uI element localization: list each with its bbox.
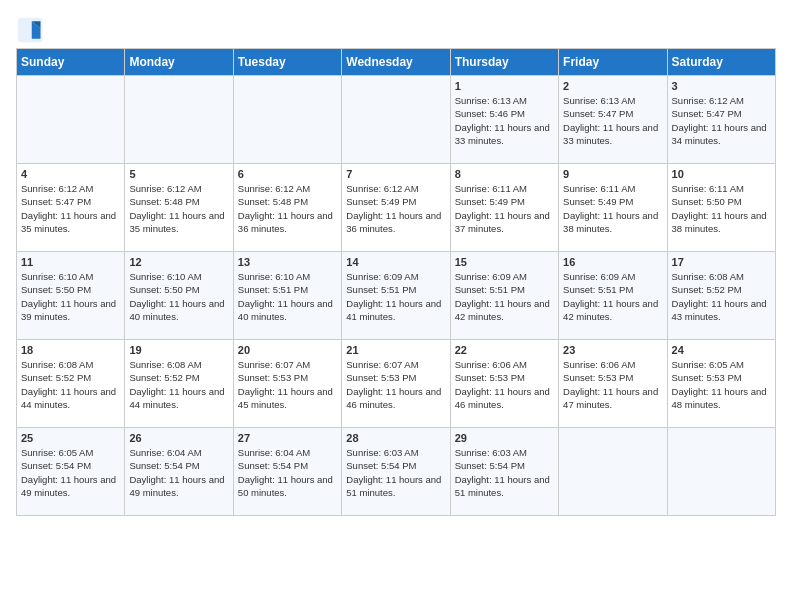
page-header [16,16,776,44]
day-number: 18 [21,344,120,356]
calendar-cell [233,76,341,164]
day-info: Sunrise: 6:10 AM Sunset: 5:50 PM Dayligh… [21,270,120,323]
day-number: 20 [238,344,337,356]
calendar-cell: 14Sunrise: 6:09 AM Sunset: 5:51 PM Dayli… [342,252,450,340]
calendar-table: SundayMondayTuesdayWednesdayThursdayFrid… [16,48,776,516]
calendar-cell: 2Sunrise: 6:13 AM Sunset: 5:47 PM Daylig… [559,76,667,164]
calendar-cell: 12Sunrise: 6:10 AM Sunset: 5:50 PM Dayli… [125,252,233,340]
calendar-cell: 9Sunrise: 6:11 AM Sunset: 5:49 PM Daylig… [559,164,667,252]
day-number: 26 [129,432,228,444]
day-info: Sunrise: 6:09 AM Sunset: 5:51 PM Dayligh… [346,270,445,323]
day-number: 9 [563,168,662,180]
day-number: 22 [455,344,554,356]
day-number: 8 [455,168,554,180]
day-number: 25 [21,432,120,444]
week-row-1: 1Sunrise: 6:13 AM Sunset: 5:46 PM Daylig… [17,76,776,164]
day-info: Sunrise: 6:12 AM Sunset: 5:47 PM Dayligh… [21,182,120,235]
calendar-cell: 19Sunrise: 6:08 AM Sunset: 5:52 PM Dayli… [125,340,233,428]
calendar-cell: 23Sunrise: 6:06 AM Sunset: 5:53 PM Dayli… [559,340,667,428]
day-info: Sunrise: 6:13 AM Sunset: 5:46 PM Dayligh… [455,94,554,147]
day-info: Sunrise: 6:11 AM Sunset: 5:50 PM Dayligh… [672,182,771,235]
day-number: 16 [563,256,662,268]
day-info: Sunrise: 6:11 AM Sunset: 5:49 PM Dayligh… [563,182,662,235]
day-number: 14 [346,256,445,268]
day-info: Sunrise: 6:09 AM Sunset: 5:51 PM Dayligh… [455,270,554,323]
week-row-5: 25Sunrise: 6:05 AM Sunset: 5:54 PM Dayli… [17,428,776,516]
day-info: Sunrise: 6:08 AM Sunset: 5:52 PM Dayligh… [672,270,771,323]
calendar-cell: 13Sunrise: 6:10 AM Sunset: 5:51 PM Dayli… [233,252,341,340]
column-header-wednesday: Wednesday [342,49,450,76]
day-info: Sunrise: 6:04 AM Sunset: 5:54 PM Dayligh… [238,446,337,499]
calendar-cell [667,428,775,516]
day-number: 1 [455,80,554,92]
calendar-cell: 25Sunrise: 6:05 AM Sunset: 5:54 PM Dayli… [17,428,125,516]
day-info: Sunrise: 6:12 AM Sunset: 5:48 PM Dayligh… [129,182,228,235]
column-header-sunday: Sunday [17,49,125,76]
day-number: 7 [346,168,445,180]
column-header-tuesday: Tuesday [233,49,341,76]
day-info: Sunrise: 6:09 AM Sunset: 5:51 PM Dayligh… [563,270,662,323]
column-header-friday: Friday [559,49,667,76]
day-number: 29 [455,432,554,444]
day-number: 11 [21,256,120,268]
column-header-thursday: Thursday [450,49,558,76]
column-header-saturday: Saturday [667,49,775,76]
day-number: 28 [346,432,445,444]
calendar-cell [125,76,233,164]
day-number: 15 [455,256,554,268]
day-info: Sunrise: 6:06 AM Sunset: 5:53 PM Dayligh… [455,358,554,411]
calendar-cell: 3Sunrise: 6:12 AM Sunset: 5:47 PM Daylig… [667,76,775,164]
day-info: Sunrise: 6:10 AM Sunset: 5:51 PM Dayligh… [238,270,337,323]
day-info: Sunrise: 6:05 AM Sunset: 5:53 PM Dayligh… [672,358,771,411]
calendar-cell: 15Sunrise: 6:09 AM Sunset: 5:51 PM Dayli… [450,252,558,340]
day-number: 27 [238,432,337,444]
day-number: 13 [238,256,337,268]
calendar-cell: 11Sunrise: 6:10 AM Sunset: 5:50 PM Dayli… [17,252,125,340]
calendar-cell: 17Sunrise: 6:08 AM Sunset: 5:52 PM Dayli… [667,252,775,340]
week-row-4: 18Sunrise: 6:08 AM Sunset: 5:52 PM Dayli… [17,340,776,428]
column-header-monday: Monday [125,49,233,76]
day-number: 12 [129,256,228,268]
day-number: 17 [672,256,771,268]
calendar-cell: 18Sunrise: 6:08 AM Sunset: 5:52 PM Dayli… [17,340,125,428]
day-number: 23 [563,344,662,356]
calendar-cell: 29Sunrise: 6:03 AM Sunset: 5:54 PM Dayli… [450,428,558,516]
calendar-cell: 26Sunrise: 6:04 AM Sunset: 5:54 PM Dayli… [125,428,233,516]
calendar-cell [342,76,450,164]
day-number: 4 [21,168,120,180]
day-info: Sunrise: 6:03 AM Sunset: 5:54 PM Dayligh… [346,446,445,499]
day-number: 24 [672,344,771,356]
day-info: Sunrise: 6:05 AM Sunset: 5:54 PM Dayligh… [21,446,120,499]
week-row-3: 11Sunrise: 6:10 AM Sunset: 5:50 PM Dayli… [17,252,776,340]
day-info: Sunrise: 6:06 AM Sunset: 5:53 PM Dayligh… [563,358,662,411]
calendar-cell: 1Sunrise: 6:13 AM Sunset: 5:46 PM Daylig… [450,76,558,164]
calendar-cell: 6Sunrise: 6:12 AM Sunset: 5:48 PM Daylig… [233,164,341,252]
day-number: 3 [672,80,771,92]
day-info: Sunrise: 6:04 AM Sunset: 5:54 PM Dayligh… [129,446,228,499]
calendar-cell: 20Sunrise: 6:07 AM Sunset: 5:53 PM Dayli… [233,340,341,428]
calendar-cell: 24Sunrise: 6:05 AM Sunset: 5:53 PM Dayli… [667,340,775,428]
day-info: Sunrise: 6:11 AM Sunset: 5:49 PM Dayligh… [455,182,554,235]
calendar-cell: 27Sunrise: 6:04 AM Sunset: 5:54 PM Dayli… [233,428,341,516]
day-info: Sunrise: 6:10 AM Sunset: 5:50 PM Dayligh… [129,270,228,323]
calendar-body: 1Sunrise: 6:13 AM Sunset: 5:46 PM Daylig… [17,76,776,516]
day-number: 2 [563,80,662,92]
day-number: 5 [129,168,228,180]
calendar-cell: 10Sunrise: 6:11 AM Sunset: 5:50 PM Dayli… [667,164,775,252]
logo [16,16,48,44]
day-info: Sunrise: 6:12 AM Sunset: 5:47 PM Dayligh… [672,94,771,147]
calendar-cell: 4Sunrise: 6:12 AM Sunset: 5:47 PM Daylig… [17,164,125,252]
calendar-cell: 28Sunrise: 6:03 AM Sunset: 5:54 PM Dayli… [342,428,450,516]
column-headers-row: SundayMondayTuesdayWednesdayThursdayFrid… [17,49,776,76]
day-info: Sunrise: 6:03 AM Sunset: 5:54 PM Dayligh… [455,446,554,499]
day-info: Sunrise: 6:13 AM Sunset: 5:47 PM Dayligh… [563,94,662,147]
day-info: Sunrise: 6:12 AM Sunset: 5:48 PM Dayligh… [238,182,337,235]
calendar-cell [559,428,667,516]
calendar-cell: 16Sunrise: 6:09 AM Sunset: 5:51 PM Dayli… [559,252,667,340]
day-info: Sunrise: 6:08 AM Sunset: 5:52 PM Dayligh… [129,358,228,411]
day-number: 21 [346,344,445,356]
day-info: Sunrise: 6:07 AM Sunset: 5:53 PM Dayligh… [238,358,337,411]
day-info: Sunrise: 6:12 AM Sunset: 5:49 PM Dayligh… [346,182,445,235]
day-number: 6 [238,168,337,180]
day-info: Sunrise: 6:08 AM Sunset: 5:52 PM Dayligh… [21,358,120,411]
